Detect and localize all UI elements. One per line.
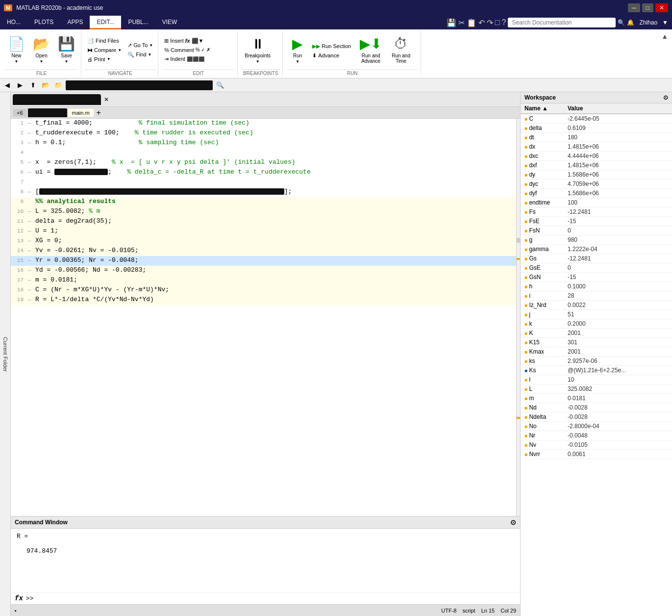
workspace-row[interactable]: ■ Nr -0.0048 [521, 431, 672, 440]
new-button[interactable]: 📄 New ▼ [5, 34, 28, 66]
bell-icon[interactable]: 🔔 [627, 19, 634, 26]
workspace-row[interactable]: ■ Fs -12.2481 [521, 207, 672, 217]
search-icon[interactable]: 🔍 [618, 19, 625, 26]
workspace-row[interactable]: ■ Ks @(W)1.21e-6+2.25e... [521, 366, 672, 375]
sub-tab-plus6[interactable]: +6 [13, 109, 27, 117]
code-line-19[interactable]: 19 — R = L*-1/delta *C/(Yv*Nd-Nv*Yd) [11, 295, 520, 305]
nav-forward-button[interactable]: ▶ [15, 80, 25, 91]
workspace-row[interactable]: ■ Nd -0.0028 [521, 403, 672, 412]
code-line-10[interactable]: 10 — L = 325.0082; % m [11, 207, 520, 217]
find-files-button[interactable]: 📑 Find Files [85, 37, 124, 45]
toolbar-icon-6[interactable]: □ [495, 18, 500, 27]
menu-editor[interactable]: EDIT... [90, 16, 121, 29]
code-line-12[interactable]: 12 — U = 1; [11, 227, 520, 236]
scroll-thumb[interactable] [517, 238, 520, 243]
workspace-row[interactable]: ■ FsE -15 [521, 217, 672, 226]
workspace-row[interactable]: ■ endtime 100 [521, 198, 672, 207]
toolbar-icon-1[interactable]: 💾 [447, 18, 456, 27]
code-line-17[interactable]: 17 — m = 0.0181; [11, 276, 520, 285]
path-display-redacted[interactable] [66, 80, 213, 90]
sub-tab-redacted[interactable] [28, 108, 67, 117]
toolbar-icon-3[interactable]: 📋 [467, 18, 476, 27]
breakpoints-button[interactable]: ⏸ Breakpoints ▼ [242, 34, 274, 66]
workspace-row[interactable]: ■ ks 2.9257e-06 [521, 357, 672, 366]
code-editor[interactable]: 1 — t_final = 4000; % final simulation t… [11, 119, 520, 516]
code-line-18[interactable]: 18 — C = (Nr - m*XG*U)*Yv - (Yr-m*U)*Nv; [11, 285, 520, 295]
menu-publish[interactable]: PUBL... [121, 16, 155, 29]
workspace-row[interactable]: ■ i 28 [521, 291, 672, 301]
workspace-row[interactable]: ■ FsN 0 [521, 226, 672, 235]
toolbar-icon-5[interactable]: ↷ [487, 18, 493, 27]
workspace-row[interactable]: ■ Nvrr 0.0061 [521, 450, 672, 459]
goto-button[interactable]: ↗ Go To ▼ [125, 41, 155, 50]
code-line-7[interactable]: 7 [11, 178, 520, 187]
advance-button[interactable]: ⬇ Advance [310, 51, 353, 60]
workspace-row[interactable]: ■ k 0.2000 [521, 319, 672, 329]
tab-close-x[interactable]: ✕ [104, 96, 109, 103]
run-time-button[interactable]: ⏱ Run andTime [389, 34, 413, 66]
code-line-11[interactable]: 11 — delta = deg2rad(35); [11, 217, 520, 227]
workspace-row[interactable]: ■ GsN -15 [521, 273, 672, 282]
workspace-expand-icon[interactable]: ⊙ [663, 94, 668, 101]
run-section-button[interactable]: ▶▶ Run Section [310, 42, 353, 51]
print-button[interactable]: 🖨 Print ▼ [85, 55, 124, 63]
workspace-row[interactable]: ■ Iz_Nrd 0.0022 [521, 301, 672, 310]
workspace-row[interactable]: ■ No -2.8000e-04 [521, 422, 672, 431]
insert-button[interactable]: ⊞ Insert fx ⬛▼ [162, 37, 212, 45]
code-line-1[interactable]: 1 — t_final = 4000; % final simulation t… [11, 119, 520, 128]
command-window-expand-icon[interactable]: ⊙ [510, 518, 516, 526]
indent-button[interactable]: ⇥ Indent ⬛⬛⬛ [162, 55, 212, 63]
workspace-row[interactable]: ■ gamma 1.2222e-04 [521, 245, 672, 254]
code-line-15[interactable]: 15 — Yr = 0.00365; Nr = -0.0048; [11, 256, 520, 266]
menu-plots[interactable]: PLOTS [27, 16, 60, 29]
run-advance-button[interactable]: ▶⬇ Run andAdvance [357, 34, 385, 66]
code-line-13[interactable]: 13 — XG = 0; [11, 236, 520, 246]
code-line-16[interactable]: 16 — Yd = -0.00566; Nd = -0.00283; [11, 266, 520, 276]
menu-home[interactable]: HO... [0, 16, 27, 29]
workspace-row[interactable]: ■ dxf 1.4815e+06 [521, 161, 672, 170]
browse-button[interactable]: 📂 [40, 80, 51, 91]
editor-tab-redacted[interactable] [13, 94, 101, 105]
workspace-row[interactable]: ■ dy 1.5686e+06 [521, 170, 672, 180]
nav-up-button[interactable]: ⬆ [27, 80, 38, 91]
sub-tab-add[interactable]: + [97, 108, 101, 117]
command-input[interactable] [36, 595, 516, 602]
menu-view[interactable]: VIEW [155, 16, 184, 29]
code-line-5[interactable]: 5 — x = zeros(7,1); % x = [ u v r x y ps… [11, 158, 520, 168]
minimize-button[interactable]: ─ [628, 3, 640, 12]
find-button[interactable]: 🔍 Find ▼ [125, 51, 155, 59]
workspace-row[interactable]: ■ L 325.0082 [521, 385, 672, 394]
save-button[interactable]: 💾 Save ▼ [55, 34, 78, 66]
sub-tab-main[interactable]: main.m [68, 109, 94, 117]
close-button[interactable]: ✕ [655, 3, 668, 12]
current-folder-sidebar[interactable]: Current Folder [0, 92, 11, 616]
path-search-button[interactable]: 🔍 [215, 80, 225, 91]
workspace-row[interactable]: ■ K15 301 [521, 338, 672, 347]
search-documentation-input[interactable] [508, 18, 616, 27]
workspace-row[interactable]: ■ Nv -0.0105 [521, 440, 672, 450]
code-line-2[interactable]: 2 — t_rudderexecute = 100; % time rudder… [11, 128, 520, 138]
nav-back-button[interactable]: ◀ [2, 80, 13, 91]
workspace-row[interactable]: ■ dt 180 [521, 133, 672, 142]
workspace-row[interactable]: ■ m 0.0181 [521, 394, 672, 403]
user-chevron[interactable]: ▼ [662, 19, 668, 26]
vertical-scrollbar[interactable] [516, 119, 520, 516]
workspace-row[interactable]: ■ Kmax 2001 [521, 347, 672, 357]
workspace-row[interactable]: ■ dyc 4.7059e+06 [521, 180, 672, 189]
workspace-row[interactable]: ■ h 0.1000 [521, 282, 672, 291]
code-line-6[interactable]: 6 — ui = ; % delta_c = -delta_R at time … [11, 168, 520, 178]
toolbar-icon-4[interactable]: ↶ [478, 18, 485, 27]
workspace-row[interactable]: ■ K 2001 [521, 329, 672, 338]
toolbar-icon-7[interactable]: ? [502, 18, 506, 27]
workspace-row[interactable]: ■ delta 0.6109 [521, 124, 672, 133]
run-button[interactable]: ▶ Run ▼ [287, 34, 308, 66]
compare-button[interactable]: ⧓ Compare ▼ [85, 46, 124, 54]
code-line-14[interactable]: 14 — Yv = -0.0261; Nv = -0.0105; [11, 246, 520, 256]
code-line-8[interactable]: 8 — [ ]; [11, 187, 520, 197]
command-window-content[interactable]: R = 974.8457 [11, 529, 520, 592]
workspace-row[interactable]: ■ C -2.6445e-05 [521, 114, 672, 124]
open-button[interactable]: 📂 Open ▼ [30, 34, 53, 66]
workspace-row[interactable]: ■ dyf 1.5686e+06 [521, 189, 672, 198]
workspace-row[interactable]: ■ GsE 0 [521, 263, 672, 273]
workspace-row[interactable]: ■ Ndelta -0.0028 [521, 412, 672, 422]
